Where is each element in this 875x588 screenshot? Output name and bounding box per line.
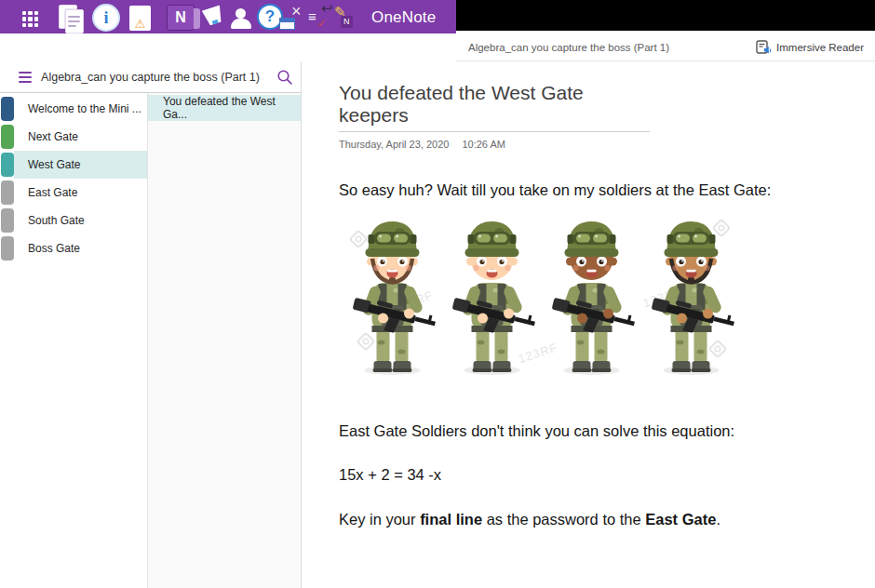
section-color-tab[interactable] bbox=[1, 125, 14, 149]
check-icon[interactable]: ✓ bbox=[317, 18, 327, 29]
app-launcher-icon[interactable] bbox=[22, 11, 38, 27]
soldier-illustration bbox=[544, 210, 639, 378]
soldiers-row bbox=[344, 210, 739, 378]
mini-onenote-icon[interactable]: N bbox=[341, 16, 353, 28]
soldier-illustration bbox=[444, 210, 540, 378]
app-name-label: OneNote bbox=[371, 8, 436, 27]
p3-prefix: Key in your bbox=[339, 511, 420, 528]
document-title: Algebra_can you capture the boss (Part 1… bbox=[468, 42, 669, 53]
page-date: Thursday, April 23, 2020 bbox=[339, 139, 449, 150]
immersive-reader-label: Immersive Reader bbox=[776, 42, 864, 53]
page-timestamp: Thursday, April 23, 202010:26 AM bbox=[339, 139, 875, 150]
p3-bold-east-gate: East Gate bbox=[645, 511, 716, 528]
sidebar-item-next-gate[interactable]: Next Gate bbox=[14, 123, 147, 151]
page-list-item[interactable]: You defeated the West Ga... bbox=[148, 95, 301, 121]
support-person-icon[interactable] bbox=[231, 8, 251, 29]
immersive-reader-button[interactable]: Immersive Reader bbox=[756, 33, 864, 61]
section-label: Welcome to the Mini ... bbox=[28, 102, 141, 115]
section-color-tab[interactable] bbox=[1, 180, 14, 205]
command-bar: Algebra_can you capture the boss (Part 1… bbox=[0, 33, 875, 61]
section-label: Boss Gate bbox=[28, 242, 80, 255]
p3-suffix: . bbox=[716, 511, 720, 528]
notebook-title: Algebra_can you capture the boss (Part 1… bbox=[41, 71, 260, 84]
search-icon[interactable] bbox=[276, 69, 293, 86]
note-paragraph[interactable]: East Gate Soldiers don't think you can s… bbox=[339, 422, 875, 440]
notebook-sidebar: Algebra_can you capture the boss (Part 1… bbox=[0, 61, 302, 588]
note-paragraph[interactable]: Key in your final line as the password t… bbox=[339, 511, 875, 528]
soldiers-image[interactable]: 123RF 123RF 123RF bbox=[339, 208, 746, 381]
p3-middle: as the password to the bbox=[482, 511, 645, 528]
immersive-reader-icon bbox=[756, 40, 772, 55]
sidebar-item-south-gate[interactable]: South Gate bbox=[14, 207, 147, 234]
page-title[interactable]: You defeated the West Gate keepers bbox=[339, 82, 650, 132]
section-color-tab[interactable] bbox=[1, 153, 14, 177]
section-label: East Gate bbox=[28, 186, 77, 199]
sidebar-item-welcome[interactable]: Welcome to the Mini ... bbox=[14, 95, 147, 123]
soldier-illustration bbox=[643, 210, 739, 378]
pages-list: You defeated the West Ga... bbox=[147, 93, 301, 588]
section-color-tab[interactable] bbox=[1, 97, 14, 121]
document-warning-icon[interactable]: ⚠ bbox=[129, 6, 151, 31]
paint-bucket-icon[interactable] bbox=[200, 5, 226, 28]
browser-chrome-strip bbox=[456, 0, 875, 31]
hamburger-menu-icon[interactable] bbox=[19, 72, 32, 86]
purple-app-bar: i ⚠ N ? × ≡ ↩ ✓ ✎ N OneNote bbox=[0, 0, 456, 33]
sidebar-item-west-gate[interactable]: West Gate bbox=[14, 151, 147, 179]
close-icon[interactable]: × bbox=[291, 3, 302, 20]
section-color-tab[interactable] bbox=[1, 236, 14, 261]
section-label: Next Gate bbox=[28, 130, 78, 143]
note-paragraph[interactable]: So easy huh? Wait till you take on my so… bbox=[339, 181, 875, 199]
p3-bold-final-line: final line bbox=[420, 511, 482, 528]
info-icon[interactable]: i bbox=[92, 4, 120, 32]
page-label: You defeated the West Ga... bbox=[163, 95, 301, 121]
note-equation[interactable]: 15x + 2 = 34 -x bbox=[339, 466, 875, 484]
divider bbox=[456, 60, 875, 61]
notebook-header: Algebra_can you capture the boss (Part 1… bbox=[0, 61, 301, 93]
top-app-bar: i ⚠ N ? × ≡ ↩ ✓ ✎ N OneNote bbox=[0, 0, 875, 33]
sections-list: Welcome to the Mini ... Next Gate West G… bbox=[0, 93, 147, 588]
note-canvas[interactable]: You defeated the West Gate keepers Thurs… bbox=[302, 61, 875, 588]
sidebar-item-boss-gate[interactable]: Boss Gate bbox=[14, 234, 147, 262]
soldier-illustration bbox=[344, 210, 440, 378]
page-time: 10:26 AM bbox=[462, 139, 505, 150]
onenote-logo-icon[interactable]: N bbox=[167, 5, 195, 31]
section-label: South Gate bbox=[28, 214, 85, 227]
section-color-tab[interactable] bbox=[1, 208, 14, 233]
section-label: West Gate bbox=[28, 158, 80, 171]
undo-icon[interactable]: ↩ bbox=[321, 1, 333, 15]
sidebar-item-east-gate[interactable]: East Gate bbox=[14, 179, 147, 207]
list-icon[interactable]: ≡ bbox=[308, 9, 316, 23]
copy-document-icon[interactable] bbox=[59, 5, 85, 33]
